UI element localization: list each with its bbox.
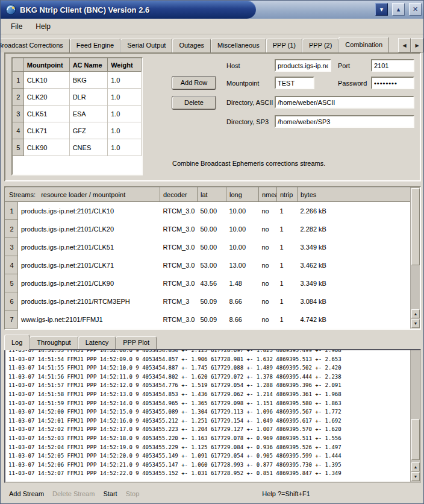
port-input[interactable] xyxy=(371,59,414,72)
stream-cell-bytes: 2.282 kB xyxy=(298,220,411,238)
stream-cell-ntrip: 1 xyxy=(277,202,298,220)
row-number: 2 xyxy=(6,220,18,238)
row-number: 3 xyxy=(13,106,24,122)
stream-cell-bytes: 3.349 kB xyxy=(298,274,411,292)
tab-broadcast-corrections[interactable]: Broadcast Corrections xyxy=(1,39,70,52)
stream-cell-name: products.igs-ip.net:2101/RTCM3EPH xyxy=(18,292,160,310)
title-pill: BKG Ntrip Client (BNC) Version 2.6 xyxy=(1,1,256,19)
tab-scroll-left-icon[interactable]: ◀ xyxy=(398,38,411,52)
bottom-toolbar: Add Stream Delete Stream Start Stop Help… xyxy=(1,483,424,504)
tab-serial-output[interactable]: Serial Output xyxy=(120,39,172,52)
streams-header-long[interactable]: long xyxy=(226,188,259,202)
weight-cell-weight[interactable]: 1.0 xyxy=(108,139,142,156)
streams-header-ntrip[interactable]: ntrip xyxy=(277,188,298,202)
stream-row[interactable]: 7www.igs-ip.net:2101/FFMJ1RTCM_3.050.098… xyxy=(6,310,411,329)
add-stream-button[interactable]: Add Stream xyxy=(9,490,44,497)
weight-cell-ac-name[interactable]: BKG xyxy=(69,72,108,89)
row-number: 4 xyxy=(13,122,24,139)
streams-header-bytes[interactable]: bytes xyxy=(298,188,411,202)
streams-header-lat[interactable]: lat xyxy=(198,188,226,202)
directory-ascii-input[interactable] xyxy=(275,96,414,109)
start-button[interactable]: Start xyxy=(103,490,117,497)
stream-cell-lat: 53.00 xyxy=(198,256,226,274)
stream-cell-long: 8.66 xyxy=(226,310,259,329)
row-number: 6 xyxy=(6,292,18,310)
scroll-down-icon[interactable]: ▼ xyxy=(411,472,420,481)
weight-cell-mountpoint[interactable]: CLK71 xyxy=(23,122,69,139)
mountpoint-label: Mountpoint xyxy=(226,80,259,87)
weight-cell-mountpoint[interactable]: CLK90 xyxy=(23,139,69,156)
directory-sp3-input[interactable] xyxy=(275,115,414,128)
weight-table-row: 5CLK90CNES1.0 xyxy=(13,139,142,156)
stream-cell-long: 13.00 xyxy=(226,256,259,274)
scroll-down-icon[interactable]: ▼ xyxy=(411,319,420,328)
weight-cell-ac-name[interactable]: DLR xyxy=(69,89,108,106)
log-tab-throughput[interactable]: Throughput xyxy=(30,336,78,349)
stream-row[interactable]: 6products.igs-ip.net:2101/RTCM3EPHRTCM_3… xyxy=(6,292,411,310)
weight-header-weight[interactable]: Weight xyxy=(108,59,142,72)
stream-row[interactable]: 5products.igs-ip.net:2101/CLK90RTCM_3.04… xyxy=(6,274,411,292)
log-tab-latency[interactable]: Latency xyxy=(78,336,116,349)
weight-cell-ac-name[interactable]: GFZ xyxy=(69,122,108,139)
tab-combination[interactable]: Combination xyxy=(338,37,389,52)
tab-ppp-2[interactable]: PPP (2) xyxy=(302,39,338,52)
tab-miscellaneous[interactable]: Miscellaneous xyxy=(211,39,266,52)
log-line: 11-03-07 14:51:55 FFMJ1 PPP 14:52:10.0 9… xyxy=(8,364,409,373)
log-line: 11-03-07 14:52:05 FFMJ1 PPP 14:52:20.0 9… xyxy=(8,452,409,461)
host-input[interactable] xyxy=(275,59,331,72)
stream-cell-nmea: no xyxy=(259,238,277,256)
streams-header-nmea[interactable]: nmea xyxy=(259,188,277,202)
weight-cell-weight[interactable]: 1.0 xyxy=(108,122,142,139)
menu-help[interactable]: Help xyxy=(30,20,56,33)
streams-header-decoder[interactable]: decoder xyxy=(160,188,198,202)
log-line: 11-03-07 14:52:01 FFMJ1 PPP 14:52:16.0 9… xyxy=(8,417,409,426)
log-scrollbar[interactable]: ▲ ▼ xyxy=(410,350,420,482)
row-number: 5 xyxy=(13,139,24,156)
streams-scrollbar[interactable]: ▲ ▼ xyxy=(410,187,420,329)
stream-row[interactable]: 1products.igs-ip.net:2101/CLK10RTCM_3.05… xyxy=(6,202,411,220)
weight-header-ac-name[interactable]: AC Name xyxy=(69,59,108,72)
stream-cell-long: 1.48 xyxy=(226,274,259,292)
weight-cell-weight[interactable]: 1.0 xyxy=(108,89,142,106)
log-view[interactable]: 11-03-07 14:51:53 FFMJ1 PPP 14:52:08.0 9… xyxy=(4,349,421,483)
log-tab-log[interactable]: Log xyxy=(4,335,30,350)
stream-row[interactable]: 4products.igs-ip.net:2101/CLK71RTCM_3.05… xyxy=(6,256,411,274)
delete-button[interactable]: Delete xyxy=(172,96,216,110)
mountpoint-input[interactable] xyxy=(275,77,314,89)
log-scrollbar-thumb[interactable] xyxy=(411,419,420,460)
weight-cell-mountpoint[interactable]: CLK10 xyxy=(23,72,69,89)
menu-file[interactable]: File xyxy=(5,20,28,33)
tab-outages[interactable]: Outages xyxy=(172,39,211,52)
close-button[interactable]: ✕ xyxy=(409,3,422,16)
tab-ppp-1[interactable]: PPP (1) xyxy=(266,39,302,52)
add-row-button[interactable]: Add Row xyxy=(172,76,216,90)
stream-cell-bytes: 2.266 kB xyxy=(298,202,411,220)
weight-header-mountpoint[interactable]: Mountpoint xyxy=(23,59,69,72)
app-icon xyxy=(5,4,16,15)
weight-cell-ac-name[interactable]: ESA xyxy=(69,106,108,122)
weight-cell-mountpoint[interactable]: CLK51 xyxy=(23,106,69,122)
scroll-up-icon[interactable]: ▲ xyxy=(411,462,420,471)
weight-cell-weight[interactable]: 1.0 xyxy=(108,106,142,122)
stream-cell-ntrip: 1 xyxy=(277,220,298,238)
tab-scroll-right-icon[interactable]: ▶ xyxy=(411,38,423,52)
stream-cell-bytes: 4.742 kB xyxy=(298,310,411,329)
weight-cell-mountpoint[interactable]: CLK20 xyxy=(23,89,69,106)
tab-feed-engine[interactable]: Feed Engine xyxy=(70,39,120,52)
log-line: 11-03-07 14:52:06 FFMJ1 PPP 14:52:21.0 9… xyxy=(8,461,409,470)
weight-table-row: 3CLK51ESA1.0 xyxy=(13,106,142,122)
minimize-button[interactable]: ▾ xyxy=(375,3,388,16)
stream-row[interactable]: 3products.igs-ip.net:2101/CLK51RTCM_3.05… xyxy=(6,238,411,256)
password-input[interactable] xyxy=(371,77,414,89)
stream-row[interactable]: 2products.igs-ip.net:2101/CLK20RTCM_3.05… xyxy=(6,220,411,238)
streams-header-resource[interactable]: Streams: resource loader / mountpoint xyxy=(6,188,160,202)
log-tab-ppp-plot[interactable]: PPP Plot xyxy=(116,336,157,349)
streams-scrollbar-thumb[interactable] xyxy=(411,188,420,265)
weight-cell-weight[interactable]: 1.0 xyxy=(108,72,142,89)
maximize-button[interactable]: ▴ xyxy=(392,3,405,16)
stream-cell-lat: 50.09 xyxy=(198,292,226,310)
window-title: BKG Ntrip Client (BNC) Version 2.6 xyxy=(20,5,149,14)
weight-cell-ac-name[interactable]: CNES xyxy=(69,139,108,156)
scroll-up-icon[interactable]: ▲ xyxy=(411,309,420,318)
log-line: 11-03-07 14:51:53 FFMJ1 PPP 14:52:08.0 9… xyxy=(8,349,409,355)
